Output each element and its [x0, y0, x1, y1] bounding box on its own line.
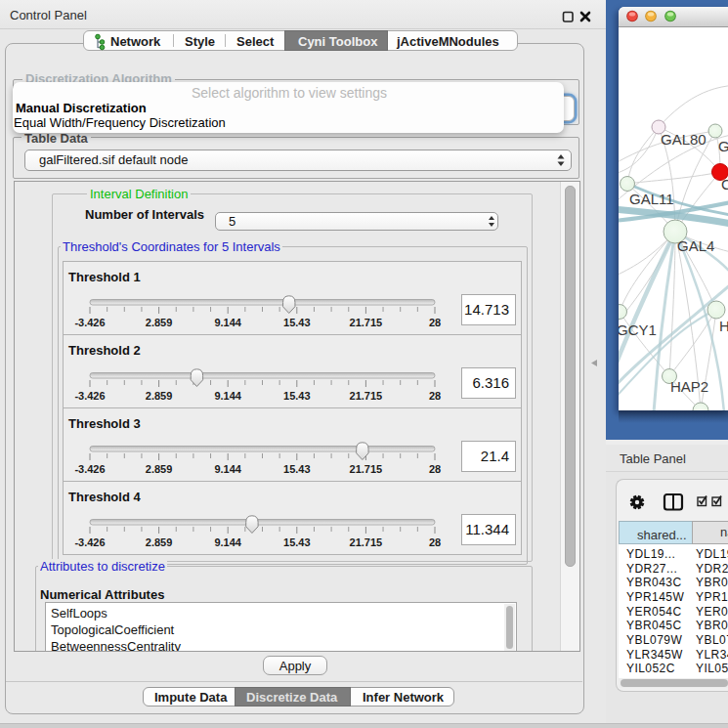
- svg-text:9.144: 9.144: [214, 536, 241, 548]
- svg-text:28: 28: [429, 536, 441, 548]
- svg-text:28: 28: [429, 317, 441, 328]
- svg-text:GAL80: GAL80: [661, 131, 707, 148]
- svg-text:21.715: 21.715: [350, 390, 383, 402]
- svg-text:2.859: 2.859: [146, 463, 173, 475]
- svg-text:21.715: 21.715: [350, 463, 383, 475]
- svg-text:C: C: [721, 176, 728, 193]
- svg-text:15.43: 15.43: [283, 536, 311, 548]
- svg-text:GAL11: GAL11: [629, 191, 674, 207]
- svg-text:21.715: 21.715: [350, 536, 383, 548]
- svg-text:15.43: 15.43: [283, 317, 311, 328]
- svg-text:15.43: 15.43: [283, 463, 311, 475]
- svg-text:9.144: 9.144: [214, 390, 241, 402]
- svg-text:28: 28: [429, 463, 441, 475]
- svg-text:-3.426: -3.426: [74, 317, 105, 328]
- svg-text:2.859: 2.859: [146, 317, 173, 328]
- svg-text:2.859: 2.859: [146, 390, 173, 402]
- svg-text:28: 28: [429, 390, 441, 402]
- svg-text:9.144: 9.144: [214, 317, 241, 328]
- svg-text:GA: GA: [718, 138, 728, 154]
- svg-text:GCY1: GCY1: [619, 321, 657, 338]
- svg-text:-3.426: -3.426: [74, 463, 105, 475]
- svg-text:H: H: [719, 318, 728, 334]
- svg-text:15.43: 15.43: [283, 390, 311, 402]
- svg-text:9.144: 9.144: [214, 463, 241, 475]
- svg-text:-3.426: -3.426: [74, 536, 105, 548]
- svg-text:21.715: 21.715: [350, 317, 383, 328]
- svg-text:HAP2: HAP2: [670, 378, 708, 395]
- svg-text:2.859: 2.859: [146, 536, 173, 548]
- svg-text:-3.426: -3.426: [74, 390, 105, 402]
- svg-text:GAL4: GAL4: [677, 237, 714, 254]
